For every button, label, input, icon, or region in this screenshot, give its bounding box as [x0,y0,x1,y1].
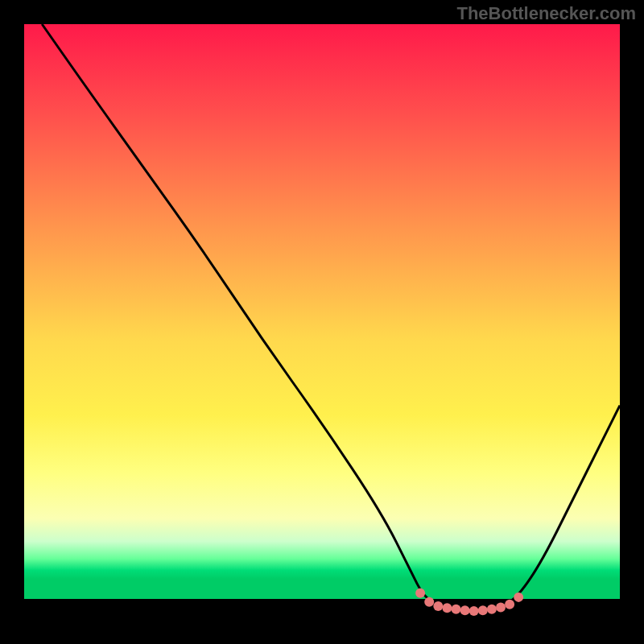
watermark-label: TheBottlenecker.com [456,3,636,24]
gradient-area [24,24,620,599]
trough-marker-dot [452,605,461,614]
trough-marker-dot [415,588,425,598]
inner-black-band [24,599,620,620]
trough-marker-dot [496,602,506,612]
trough-marker-dot [442,603,452,613]
trough-marker-dot [514,592,523,602]
trough-marker-dot [478,605,488,615]
trough-marker-dot [460,605,470,615]
trough-marker-dot [469,606,479,616]
trough-marker-dot [433,601,443,611]
chart-svg [0,0,644,644]
trough-marker-dot [505,600,514,609]
trough-marker-dot [487,605,497,614]
trough-marker-dot [424,597,434,607]
